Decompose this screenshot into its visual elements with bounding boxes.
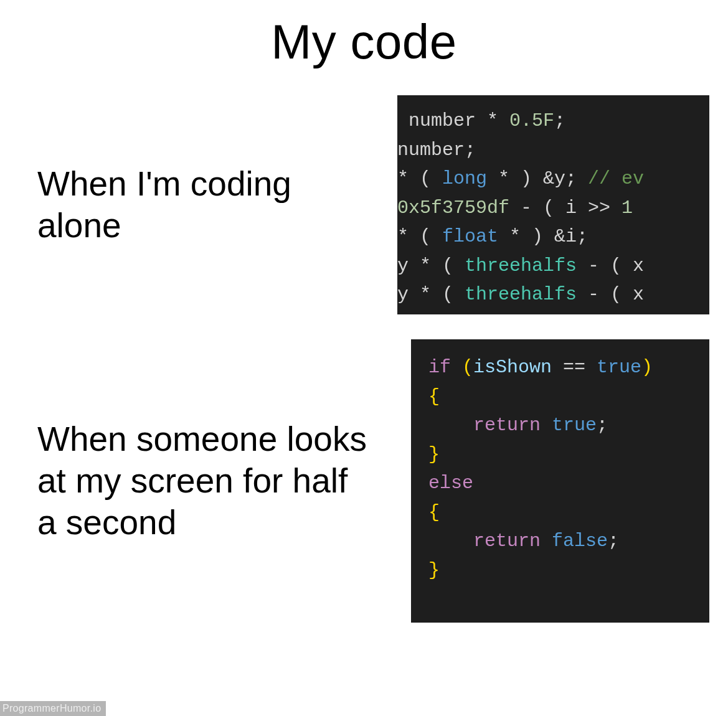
caption-alone: When I'm coding alone <box>37 163 374 247</box>
meme-title: My code <box>0 14 728 70</box>
code-token: long <box>442 168 487 189</box>
code-token <box>610 197 622 219</box>
code-token: ; <box>608 530 619 552</box>
code-token: ; <box>597 415 608 436</box>
code-token: 0.5F <box>509 110 554 131</box>
meme-row-alone: When I'm coding alone number * 0.5F; num… <box>0 95 728 314</box>
code-token: y <box>554 168 565 189</box>
caption-watched: When someone looks at my screen for half… <box>37 418 374 544</box>
code-token: number <box>397 139 465 161</box>
watermark: ProgrammerHumor.io <box>0 701 106 716</box>
code-token: ; <box>565 168 588 189</box>
code-token: == <box>552 357 597 378</box>
code-token: true <box>597 357 641 378</box>
code-token: * <box>420 255 431 276</box>
code-token: if <box>428 357 451 378</box>
code-token: } <box>428 444 440 465</box>
code-token: * <box>397 168 409 189</box>
code-token: i <box>565 226 577 247</box>
code-token: ( <box>409 168 442 189</box>
code-token: else <box>428 473 473 494</box>
code-token: return <box>473 530 541 552</box>
code-token <box>498 110 509 131</box>
code-token: ( <box>431 255 465 276</box>
code-token <box>451 357 462 378</box>
code-token: ; <box>554 110 565 131</box>
code-token: - ( i <box>509 197 588 219</box>
code-token: - ( x <box>577 255 644 276</box>
code-token: - ( x <box>577 284 644 305</box>
code-token: & <box>554 226 565 247</box>
code-token: 1 <box>622 197 633 219</box>
code-token <box>428 415 473 436</box>
code-token: y <box>397 284 420 305</box>
code-token: y <box>397 255 420 276</box>
code-token: * <box>397 226 409 247</box>
code-token: ( <box>431 284 465 305</box>
code-token <box>541 415 552 436</box>
code-token <box>541 530 552 552</box>
code-token: ; <box>577 226 588 247</box>
code-token <box>428 530 473 552</box>
code-token: { <box>428 386 440 407</box>
code-token: threehalfs <box>465 255 577 276</box>
code-token: { <box>428 502 440 523</box>
code-token: // ev <box>588 168 644 189</box>
code-token: * <box>420 284 431 305</box>
code-block-alone: number * 0.5F; number; * ( long * ) &y; … <box>397 95 709 314</box>
code-token: ( <box>409 226 442 247</box>
code-token: true <box>552 415 597 436</box>
code-token: ) <box>641 357 653 378</box>
code-token: false <box>552 530 608 552</box>
code-token: number <box>397 110 487 131</box>
code-token: isShown <box>473 357 552 378</box>
code-token: * ) <box>498 226 554 247</box>
code-token: * <box>487 110 498 131</box>
code-token: ( <box>462 357 473 378</box>
code-token: & <box>543 168 554 189</box>
code-token: float <box>442 226 498 247</box>
code-token: } <box>428 560 440 581</box>
meme-row-watched: When someone looks at my screen for half… <box>0 339 728 623</box>
code-token: threehalfs <box>465 284 577 305</box>
code-token: * ) <box>487 168 543 189</box>
code-token: ; <box>465 139 476 161</box>
code-block-watched: if (isShown == true) { return true; } el… <box>411 339 709 623</box>
code-token: 0x5f3759df <box>397 197 509 219</box>
code-token: return <box>473 415 541 436</box>
code-token: >> <box>588 197 610 219</box>
